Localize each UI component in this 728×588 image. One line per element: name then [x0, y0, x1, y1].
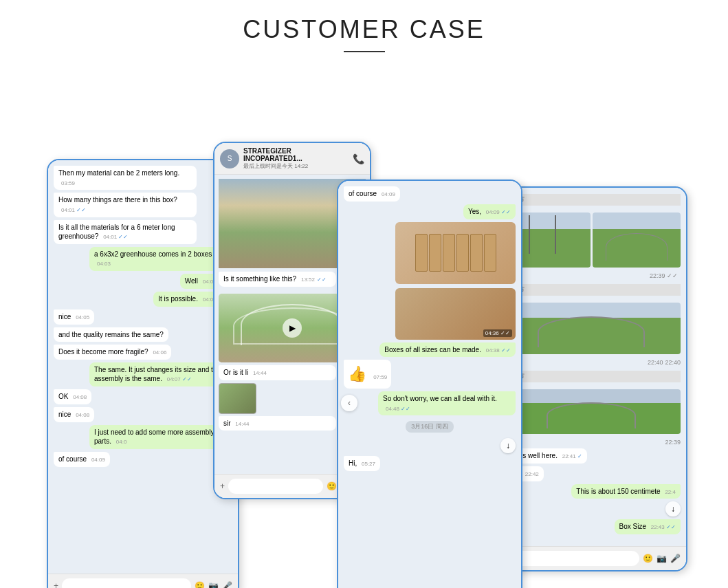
- chat-messages-1: Then my material can be 2 meters long. 0…: [48, 160, 238, 471]
- scroll-down-icon[interactable]: ↓: [500, 438, 516, 453]
- section-label-5: 第五节: [502, 284, 681, 296]
- list-item: Hi, 05:27: [344, 456, 380, 471]
- list-item: and the quality remains the same?: [54, 327, 168, 342]
- last-online-2: 最后上线时间是今天 14:22: [243, 162, 349, 170]
- list-item: a 6x3x2 greenhouse comes in 2 boxes 04:0…: [89, 247, 232, 271]
- message-sir: sir 14:44: [219, 416, 336, 431]
- thumb-up-message: 👍 07:59: [344, 360, 391, 389]
- chat-messages-3: of course 04:09 Yes, 04:09 ✓✓ 04:36 ✓✓: [338, 181, 521, 475]
- play-button-2[interactable]: ▶: [283, 318, 302, 338]
- list-item: So don't worry, we can all deal with it.…: [378, 391, 516, 415]
- boxes-image-2-container: 04:36 ✓✓: [395, 288, 516, 340]
- list-item: Yes, 04:09 ✓✓: [463, 204, 516, 219]
- message-is-it: Is it something like this? 13:52 ✓✓: [219, 272, 336, 287]
- chat-area-3: of course 04:09 Yes, 04:09 ✓✓ 04:36 ✓✓: [338, 181, 521, 588]
- chat-screenshot-3: of course 04:09 Yes, 04:09 ✓✓ 04:36 ✓✓: [337, 179, 522, 588]
- field-image-5: [502, 303, 681, 354]
- times-22-40: 22:4022:40: [648, 359, 681, 366]
- list-item: Is it all the materials for a 6 meter lo…: [54, 220, 197, 244]
- time-22-39-2: 22:39: [665, 439, 681, 446]
- page-title: CUSTOMER CASE: [0, 0, 728, 51]
- emoji-icon[interactable]: 🙂: [195, 581, 205, 588]
- chat-screenshot-1: Then my material can be 2 meters long. 0…: [47, 159, 239, 588]
- list-item: of course 04:09: [54, 452, 110, 467]
- list-item: OK 04:08: [54, 389, 91, 404]
- list-item: This is about 150 centimete 22:4: [571, 484, 681, 499]
- camera-icon-4[interactable]: 📷: [657, 554, 667, 563]
- chat-footer-4: 🙂 📷 🎤: [496, 546, 686, 570]
- chat-area-1: Then my material can be 2 meters long. 0…: [48, 160, 238, 588]
- section-3-images: [502, 213, 681, 268]
- plus-icon-2[interactable]: +: [220, 481, 225, 491]
- boxes-image-1: [395, 222, 516, 284]
- time-22-39: 22:39 ✓✓: [650, 272, 678, 279]
- mic-icon-4[interactable]: 🎤: [670, 554, 681, 563]
- list-item: The same. It just changes its size and t…: [89, 362, 232, 386]
- boxes-image-2: 04:36 ✓✓: [395, 288, 516, 340]
- chat-header-info-2: STRATEGIZER INCOPARATED1... 最后上线时间是今天 14…: [243, 147, 349, 170]
- field-image-6: [502, 389, 681, 434]
- mic-icon[interactable]: 🎤: [222, 581, 232, 588]
- emoji-icon-4[interactable]: 🙂: [643, 554, 653, 563]
- list-item: nice 04:05: [54, 309, 94, 325]
- chat-screenshot-4: 第三节 22:39 ✓✓ 第五节: [495, 186, 687, 571]
- thumb-img-1: [219, 383, 256, 414]
- scroll-left-arrow[interactable]: ‹: [341, 395, 357, 411]
- list-item: Then my material can be 2 meters long. 0…: [54, 166, 197, 190]
- emoji-icon-2[interactable]: 🙂: [327, 481, 337, 491]
- title-underline: [344, 51, 385, 52]
- list-item: I just need to add some more assembly pa…: [89, 425, 232, 449]
- avatar-2: S: [220, 149, 239, 168]
- camera-icon[interactable]: 📷: [208, 581, 219, 588]
- list-item: nice 04:08: [54, 407, 94, 422]
- list-item: Boxes of all sizes can be made. 04:38 ✓✓: [379, 342, 516, 358]
- image-time: 04:36 ✓✓: [483, 329, 512, 337]
- screenshots-container: Then my material can be 2 meters long. 0…: [0, 73, 728, 588]
- contact-name-2: STRATEGIZER INCOPARATED1...: [243, 147, 349, 162]
- message-input-2[interactable]: [228, 479, 323, 494]
- boxes-image-container: [395, 222, 516, 284]
- chat-header-2: S STRATEGIZER INCOPARATED1... 最后上线时间是今天 …: [214, 143, 370, 175]
- chat-messages-4: 第三节 22:39 ✓✓ 第五节: [496, 188, 686, 538]
- message-input-1[interactable]: [62, 578, 191, 588]
- list-item: Does it become more fragile? 04:06: [54, 345, 171, 360]
- message-input-4[interactable]: [502, 551, 639, 566]
- field-image-2: [593, 213, 681, 268]
- section-label-3: 第三节: [502, 194, 681, 206]
- plus-icon[interactable]: +: [54, 581, 58, 588]
- chat-area-4: 第三节 22:39 ✓✓ 第五节: [496, 188, 686, 570]
- message-or-is-it: Or is it li 14:44: [219, 365, 336, 380]
- list-item: of course 04:09: [344, 186, 400, 202]
- phone-icon[interactable]: 📞: [353, 153, 364, 164]
- section-label-6: 第六节: [502, 371, 681, 382]
- list-item: How many things are there in this box? 0…: [54, 193, 197, 217]
- chat-footer-1: + 🙂 📷 🎤: [48, 574, 238, 588]
- scroll-down-icon-4[interactable]: ↓: [665, 501, 681, 516]
- list-item: Box Size 22:43 ✓✓: [615, 519, 681, 534]
- date-divider: 3月16日 周四: [406, 421, 454, 433]
